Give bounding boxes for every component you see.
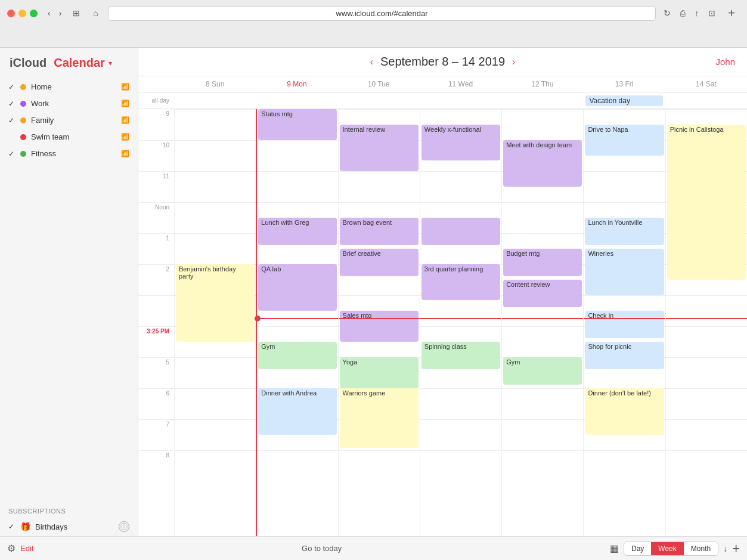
icloud-label: iCloud [10, 56, 47, 70]
day-header-sun: 8 Sun [174, 76, 256, 92]
previous-week-button[interactable]: ‹ [363, 57, 380, 67]
event-sales-mtg[interactable]: Sales mtg [340, 311, 419, 342]
subscriptions-header: Subscriptions [0, 503, 138, 517]
calendar-header: ‹ September 8 – 14 2019 › John [138, 48, 747, 76]
add-tab-button[interactable]: + [723, 7, 740, 20]
event-weekly-xfunc[interactable]: Weekly x-functional [421, 125, 500, 160]
time-col-spacer [138, 76, 174, 92]
event-status-mtg[interactable]: Status mtg [258, 109, 336, 140]
month-view-button[interactable]: Month [684, 542, 718, 555]
day-header-thu: 12 Thu [501, 76, 583, 92]
event-lunch-greg[interactable]: Lunch with Greg [258, 218, 336, 245]
event-content-review[interactable]: Content review [503, 280, 582, 307]
event-drive-napa[interactable]: Drive to Napa [585, 125, 664, 156]
sidebar-toggle-button[interactable]: ⊞ [69, 7, 83, 19]
add-event-button[interactable]: + [732, 541, 740, 556]
all-day-sat [665, 100, 747, 102]
event-dinner-late[interactable]: Dinner (don't be late!) [585, 388, 664, 435]
view-controls: ▦ Day Week Month ↓ [610, 542, 727, 556]
time-10: 10 [138, 140, 174, 171]
day-col-tue-inner: Internal review Brown bag event Brief cr… [339, 109, 420, 536]
work-name: Work [31, 99, 119, 108]
calendar-list: ✓ Home 📶 ✓ Work 📶 ✓ Family 📶 [0, 76, 138, 503]
sidebar-item-work[interactable]: ✓ Work 📶 [2, 95, 135, 112]
thu-label: 12 Thu [531, 80, 553, 88]
app-container: iCloud Calendar ▾ ✓ Home 📶 ✓ Work 📶 [0, 48, 747, 560]
minimize-button[interactable] [18, 10, 26, 17]
family-dot [20, 117, 26, 123]
birthdays-check: ✓ [8, 522, 18, 531]
day-col-fri-inner: Drive to Napa Lunch in Yountville Wineri… [584, 109, 665, 536]
maximize-button[interactable] [30, 10, 38, 17]
swimteam-check: ✓ [8, 133, 18, 141]
all-day-row: all-day Vacation day [138, 92, 747, 109]
event-brief-creative[interactable]: Brief creative [340, 249, 419, 276]
event-meet-design-team[interactable]: Meet with design team [503, 140, 582, 187]
day-col-sun: Benjamin's birthday party [174, 109, 256, 536]
fri-label: 13 Fri [615, 80, 634, 88]
settings-icon[interactable]: ⚙ [7, 543, 16, 554]
next-week-button[interactable]: › [505, 57, 522, 67]
day-col-wed: Weekly x-functional 3rd quarter planning… [420, 109, 501, 536]
browser-actions: ↻ ⎙ ↑ ⊡ [661, 7, 718, 19]
event-brown-bag-wed[interactable] [421, 218, 500, 245]
fitness-name: Fitness [31, 149, 119, 158]
url-bar[interactable] [108, 6, 656, 21]
vacation-day-event[interactable]: Vacation day [585, 95, 662, 106]
sidebar-item-family[interactable]: ✓ Family 📶 [2, 112, 135, 128]
birthdays-icon: 🎁 [20, 522, 30, 531]
event-spinning-class[interactable]: Spinning class [421, 342, 500, 369]
event-picnic-calistoga[interactable]: Picnic in Calistoga [667, 125, 746, 280]
sidebar-item-birthdays[interactable]: ✓ 🎁 Birthdays ⓘ [2, 518, 135, 536]
day-col-sun-inner: Benjamin's birthday party [175, 109, 256, 536]
time-1: 1 [138, 233, 174, 264]
sidebar-item-fitness[interactable]: ✓ Fitness 📶 [2, 146, 135, 162]
event-warriors-game[interactable]: Warriors game [340, 388, 419, 448]
event-wineries[interactable]: Wineries [585, 249, 664, 295]
day-view-button[interactable]: Day [624, 542, 651, 555]
family-check: ✓ [8, 116, 18, 125]
event-dinner-andrea[interactable]: Dinner with Andrea [258, 388, 336, 435]
edit-button[interactable]: Edit [20, 544, 33, 553]
birthdays-info-icon[interactable]: ⓘ [119, 521, 129, 532]
share-button[interactable]: ↑ [692, 7, 702, 19]
week-view-button[interactable]: Week [651, 542, 683, 555]
event-internal-review[interactable]: Internal review [340, 125, 419, 171]
reading-list-button[interactable]: ⊡ [705, 7, 718, 19]
event-gym-thu[interactable]: Gym [503, 357, 582, 385]
event-budget-mtg[interactable]: Budget mtg [503, 249, 582, 276]
sidebar-item-home[interactable]: ✓ Home 📶 [2, 79, 135, 95]
forward-button[interactable]: › [56, 7, 65, 19]
refresh-button[interactable]: ↻ [661, 7, 674, 19]
current-time-line [257, 318, 337, 319]
back-button[interactable]: ‹ [45, 7, 54, 19]
home-check: ✓ [8, 83, 18, 91]
event-shop-picnic[interactable]: Shop for picnic [585, 342, 664, 369]
mon-label: 9 Mon [287, 80, 306, 88]
event-yoga[interactable]: Yoga [340, 357, 419, 388]
work-check: ✓ [8, 100, 18, 108]
sidebar-header: iCloud Calendar ▾ [0, 48, 138, 76]
event-gym-mon[interactable]: Gym [258, 342, 336, 369]
calendar-grid-icon[interactable]: ▦ [610, 543, 619, 554]
event-brown-bag[interactable]: Brown bag event [340, 218, 419, 245]
home-button[interactable]: ⌂ [88, 7, 103, 19]
user-name[interactable]: John [715, 57, 735, 67]
home-dot [20, 84, 26, 90]
calendar-label: Calendar [54, 56, 105, 70]
event-check-in[interactable]: Check in [585, 311, 664, 338]
swimteam-name: Swim team [31, 132, 119, 141]
close-button[interactable] [7, 10, 15, 17]
event-3rd-quarter[interactable]: 3rd quarter planning [421, 264, 500, 300]
event-benjamin-birthday[interactable]: Benjamin's birthday party [176, 264, 255, 342]
go-to-today-button[interactable]: Go to today [33, 544, 610, 553]
day-col-mon: Status mtg Lunch with Greg QA lab Gym Di… [256, 109, 337, 536]
swimteam-share-icon: 📶 [121, 133, 129, 141]
download-icon[interactable]: ↓ [723, 544, 727, 553]
calendar-dropdown-arrow[interactable]: ▾ [109, 59, 112, 67]
day-col-thu-inner: Meet with design team Budget mtg Content… [502, 109, 583, 536]
sidebar-item-swimteam[interactable]: ✓ Swim team 📶 [2, 129, 135, 145]
event-lunch-yountville[interactable]: Lunch in Yountville [585, 218, 664, 245]
event-qa-lab[interactable]: QA lab [258, 264, 336, 311]
print-button[interactable]: ⎙ [677, 7, 688, 19]
